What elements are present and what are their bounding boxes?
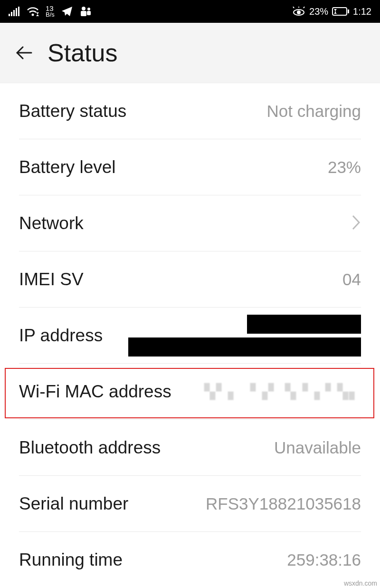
watermark: wsxdn.com <box>344 579 377 587</box>
label-serial: Serial number <box>19 494 128 514</box>
label-battery-level: Battery level <box>19 157 116 177</box>
svg-point-13 <box>297 11 300 14</box>
label-battery-status: Battery status <box>19 101 126 121</box>
eye-comfort-icon <box>292 7 305 16</box>
value-battery-level: 23% <box>328 158 361 177</box>
svg-rect-10 <box>81 11 86 16</box>
row-imei-sv[interactable]: IMEI SV 04 <box>19 251 361 308</box>
label-imei-sv: IMEI SV <box>19 270 84 289</box>
svg-marker-6 <box>36 12 39 14</box>
row-battery-status[interactable]: Battery status Not charging <box>19 83 361 139</box>
network-speed: 13 B/s <box>46 5 55 17</box>
label-wifi-mac: Wi-Fi MAC address <box>19 382 171 402</box>
row-battery-level[interactable]: Battery level 23% <box>19 139 361 195</box>
battery-icon <box>332 7 349 16</box>
svg-rect-18 <box>348 10 349 13</box>
value-wifi-mac-obscured: ▚▘▖▝▗▘▚▝▗▘▚▖ <box>204 383 361 400</box>
row-wifi-mac[interactable]: Wi-Fi MAC address ▚▘▖▝▗▘▚▝▗▘▚▖ <box>19 364 361 420</box>
clock: 1:12 <box>353 6 371 17</box>
svg-rect-3 <box>16 8 17 16</box>
svg-rect-1 <box>11 12 12 16</box>
app-bar: Status <box>0 23 380 83</box>
wifi-icon <box>27 7 39 16</box>
status-list: Battery status Not charging Battery leve… <box>0 83 380 588</box>
system-status-bar: 13 B/s 23% 1:12 <box>0 0 380 23</box>
svg-point-8 <box>82 7 86 10</box>
chevron-right-icon <box>352 214 361 232</box>
teams-icon <box>79 6 92 17</box>
speed-unit: B/s <box>46 12 55 18</box>
svg-line-16 <box>304 7 304 8</box>
svg-rect-11 <box>87 11 91 15</box>
svg-line-14 <box>293 7 294 8</box>
telegram-icon <box>61 6 73 17</box>
svg-rect-2 <box>13 10 15 16</box>
value-bluetooth: Unavailable <box>274 438 361 457</box>
row-running-time[interactable]: Running time 259:38:16 <box>19 532 361 588</box>
value-battery-status: Not charging <box>267 102 361 121</box>
row-ip-address[interactable]: IP address <box>19 308 361 364</box>
label-running-time: Running time <box>19 550 123 570</box>
value-imei-sv: 04 <box>342 270 361 289</box>
svg-rect-4 <box>18 7 19 16</box>
label-bluetooth: Bluetooth address <box>19 438 161 458</box>
back-button[interactable] <box>14 43 33 62</box>
label-ip-address: IP address <box>19 326 103 346</box>
row-network[interactable]: Network <box>19 195 361 251</box>
row-serial[interactable]: Serial number RFS3Y18821035618 <box>19 476 361 532</box>
svg-point-9 <box>87 8 90 10</box>
svg-marker-7 <box>36 14 39 16</box>
value-running-time: 259:38:16 <box>287 550 361 569</box>
value-serial: RFS3Y18821035618 <box>206 494 361 513</box>
value-ip-address-redacted <box>128 315 361 357</box>
label-network: Network <box>19 213 84 233</box>
page-title: Status <box>48 39 117 67</box>
cellular-signal-icon <box>9 7 20 16</box>
svg-rect-17 <box>332 8 347 15</box>
row-bluetooth[interactable]: Bluetooth address Unavailable <box>19 420 361 476</box>
battery-percent: 23% <box>309 6 328 17</box>
svg-point-5 <box>32 14 34 16</box>
svg-rect-0 <box>9 14 10 16</box>
